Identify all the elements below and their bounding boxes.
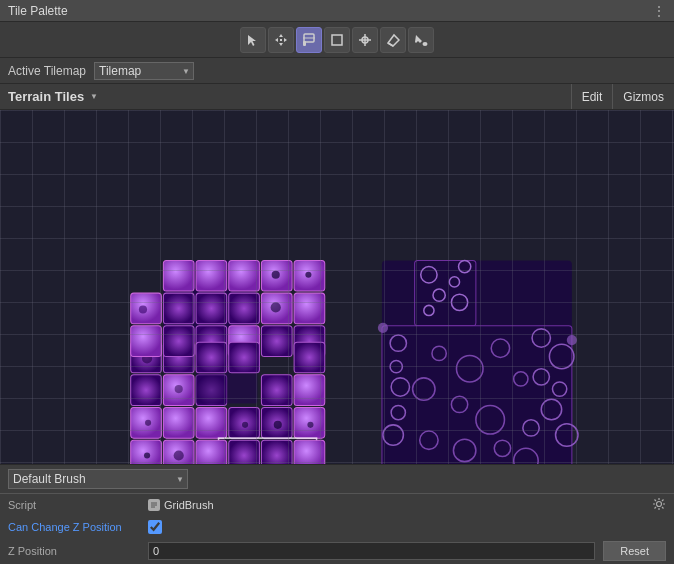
erase-tool-button[interactable] [380,27,406,53]
brush-select-wrapper[interactable]: Default Brush [8,469,188,489]
svg-point-14 [423,42,428,46]
reset-button[interactable]: Reset [603,541,666,561]
tilemap-select-wrapper[interactable]: Tilemap [94,62,194,80]
script-row: Script GridBrush [0,494,674,516]
script-name: GridBrush [164,499,214,511]
tilemap-select[interactable]: Tilemap [94,62,194,80]
z-position-input[interactable] [148,542,595,560]
terrain-tiles-button[interactable]: Terrain Tiles [0,84,571,109]
can-change-z-position-value [148,520,666,534]
z-position-row: Z Position Reset [0,538,674,564]
pick-tool-button[interactable] [352,27,378,53]
tilemap-row: Active Tilemap Tilemap [0,58,674,84]
fill-tool-button[interactable] [408,27,434,53]
select-tool-button[interactable] [240,27,266,53]
svg-marker-4 [284,38,287,42]
gizmos-button[interactable]: Gizmos [613,84,674,109]
menu-dots[interactable]: ⋮ [652,3,666,19]
svg-marker-2 [279,43,283,46]
svg-marker-0 [248,35,256,46]
title-bar-title: Tile Palette [8,4,68,18]
bottom-panel: Default Brush Script GridBrush Can Chang… [0,464,674,564]
can-change-z-position-row: Can Change Z Position [0,516,674,538]
svg-point-109 [657,501,662,506]
script-label: Script [8,499,148,511]
main-content: Active Tilemap Tilemap Terrain Tiles Edi… [0,22,674,564]
can-change-z-position-checkbox[interactable] [148,520,162,534]
svg-rect-9 [332,35,342,45]
canvas-area[interactable] [0,110,674,464]
move-tool-button[interactable] [268,27,294,53]
z-position-label: Z Position [8,545,148,557]
rect-tool-button[interactable] [324,27,350,53]
title-bar: Tile Palette ⋮ [0,0,674,22]
script-file-icon [148,499,160,511]
paint-tool-button[interactable] [296,27,322,53]
tilemap-label: Active Tilemap [8,64,86,78]
svg-marker-1 [279,34,283,37]
settings-icon[interactable] [652,497,666,514]
svg-line-13 [388,43,393,46]
brush-select[interactable]: Default Brush [8,469,188,489]
script-value: GridBrush [148,499,214,511]
toolbar [0,22,674,58]
grid-overlay [0,110,674,464]
toolbar-group [240,27,434,53]
can-change-z-position-label[interactable]: Can Change Z Position [8,521,148,533]
header-row: Terrain Tiles Edit Gizmos [0,84,674,110]
z-position-value: Reset [148,541,666,561]
edit-button[interactable]: Edit [571,84,614,109]
brush-row: Default Brush [0,465,674,494]
svg-marker-3 [275,38,278,42]
svg-rect-5 [280,39,282,41]
